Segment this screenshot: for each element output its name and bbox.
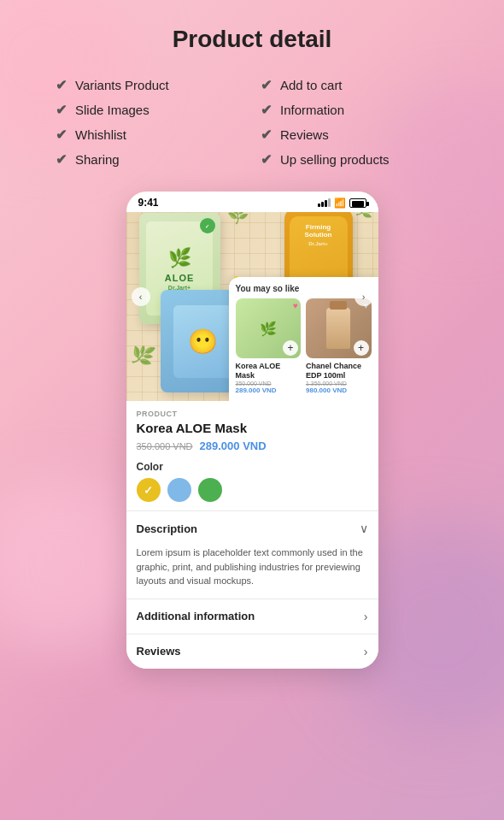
chevron-down-icon: ∨ xyxy=(360,522,368,535)
accordion-description: Description ∨ Lorem ipsum is placeholder… xyxy=(126,510,378,599)
status-time: 9:41 xyxy=(138,197,159,209)
accordion-reviews-header[interactable]: Reviews › xyxy=(126,634,378,669)
feature-label: Variants Product xyxy=(75,78,169,92)
wifi-icon: 📶 xyxy=(334,198,346,209)
next-image-button[interactable]: › xyxy=(355,287,373,306)
check-icon: ✔ xyxy=(261,102,272,118)
may-like-old-price: 1.350.000 VND xyxy=(306,381,372,386)
perfume-bottle xyxy=(326,308,350,349)
feature-information: ✔ Information xyxy=(261,102,448,118)
chevron-right-icon: › xyxy=(364,610,368,623)
may-like-items-list: 🌿 ♥ + Korea ALOE Mask 350.000 VND 289.00… xyxy=(236,298,372,394)
may-like-new-price: 289.000 VND xyxy=(236,386,302,394)
may-like-item[interactable]: ♥ + Chanel Chance EDP 100ml 1.350.000 VN… xyxy=(306,298,372,394)
chevron-right-icon: › xyxy=(364,645,368,658)
add-to-cart-small-button[interactable]: + xyxy=(354,340,369,356)
accordion-description-title: Description xyxy=(137,522,198,535)
may-like-new-price: 980.000 VND xyxy=(306,386,372,394)
accordion-description-content: Lorem ipsum is placeholder text commonly… xyxy=(126,546,378,599)
feature-add-to-cart: ✔ Add to cart xyxy=(261,77,448,93)
feature-label: Reviews xyxy=(280,127,329,142)
product-image-area: 🌿 🌿 🌿 🌿 ALOE Dr.Jart+ ✓ xyxy=(126,192,378,401)
battery-icon xyxy=(349,198,366,208)
you-may-like-title: You may so like xyxy=(236,284,372,293)
may-like-item[interactable]: 🌿 ♥ + Korea ALOE Mask 350.000 VND 289.00… xyxy=(236,298,302,394)
features-grid: ✔ Variants Product ✔ Add to cart ✔ Slide… xyxy=(56,77,448,168)
check-icon: ✔ xyxy=(56,102,67,118)
accordion-reviews: Reviews › xyxy=(126,634,378,669)
check-icon: ✔ xyxy=(261,151,272,168)
color-label: Color xyxy=(137,461,368,473)
accordion-reviews-title: Reviews xyxy=(137,645,181,658)
may-like-name: Chanel Chance EDP 100ml xyxy=(306,362,372,381)
may-like-image-perfume: ♥ + xyxy=(306,298,372,358)
prev-image-button[interactable]: ‹ xyxy=(132,287,150,306)
signal-bars-icon xyxy=(318,198,331,207)
feature-sharing: ✔ Sharing xyxy=(56,151,243,168)
product-tag: PRODUCT xyxy=(137,410,368,418)
status-bar: 9:41 📶 xyxy=(126,192,378,212)
check-icon: ✔ xyxy=(56,77,67,93)
color-options xyxy=(137,478,368,502)
check-icon: ✔ xyxy=(56,151,67,168)
add-to-cart-small-button[interactable]: + xyxy=(283,340,298,356)
feature-upselling: ✔ Up selling products xyxy=(261,151,448,168)
feature-label: Add to cart xyxy=(280,78,343,92)
page-title: Product detail xyxy=(173,26,332,53)
check-icon: ✔ xyxy=(261,127,272,143)
price-row: 350.000 VND 289.000 VND xyxy=(137,439,368,452)
color-option-blue[interactable] xyxy=(167,478,191,502)
feature-label: Slide Images xyxy=(75,103,149,117)
feature-label: Sharing xyxy=(75,152,120,167)
feature-label: Whishlist xyxy=(75,127,126,142)
feature-wishlist: ✔ Whishlist xyxy=(56,127,243,143)
color-option-yellow[interactable] xyxy=(137,478,161,502)
new-price: 289.000 VND xyxy=(200,439,267,452)
color-section: Color xyxy=(137,461,368,502)
may-like-old-price: 350.000 VND xyxy=(236,381,302,386)
product-info: PRODUCT Korea ALOE Mask 350.000 VND 289.… xyxy=(126,401,378,502)
feature-reviews: ✔ Reviews xyxy=(261,127,448,143)
check-icon: ✔ xyxy=(56,127,67,143)
accordion-additional: Additional information › xyxy=(126,599,378,634)
old-price: 350.000 VND xyxy=(137,441,193,451)
green-badge: ✓ xyxy=(200,218,215,233)
phone-mockup: 9:41 📶 🌿 🌿 🌿 xyxy=(126,192,378,669)
feature-variants: ✔ Variants Product xyxy=(56,77,243,93)
accordion-additional-title: Additional information xyxy=(137,610,255,622)
color-option-green[interactable] xyxy=(198,478,222,502)
wishlist-heart-icon[interactable]: ♥ xyxy=(293,301,298,310)
may-like-name: Korea ALOE Mask xyxy=(236,362,302,381)
status-icons: 📶 xyxy=(318,198,366,209)
accordion-description-header[interactable]: Description ∨ xyxy=(126,511,378,546)
product-name: Korea ALOE Mask xyxy=(137,421,368,435)
feature-slide-images: ✔ Slide Images xyxy=(56,102,243,118)
feature-label: Up selling products xyxy=(280,152,390,167)
feature-label: Information xyxy=(280,103,344,117)
check-icon: ✔ xyxy=(261,77,272,93)
accordion-additional-header[interactable]: Additional information › xyxy=(126,599,378,634)
may-like-image-aloe: 🌿 ♥ + xyxy=(236,298,302,358)
